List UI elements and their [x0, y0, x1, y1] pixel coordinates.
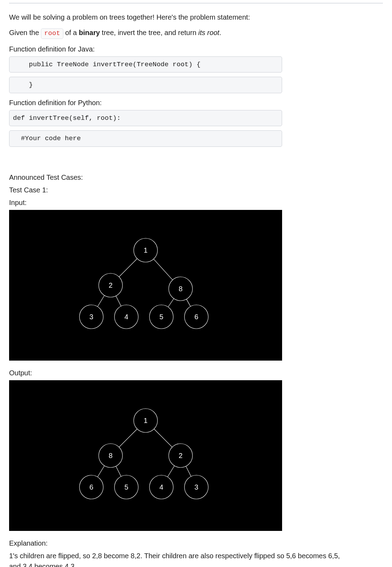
document-page: We will be solving a problem on trees to…	[0, 3, 392, 567]
tree-node-label: 5	[159, 313, 163, 321]
tree-edge	[154, 429, 172, 447]
given-italic: its root	[198, 29, 219, 36]
tree-edge	[116, 466, 121, 476]
python-code-block-line1: def invertTree(self, root):	[9, 110, 282, 127]
tree-node-label: 6	[194, 313, 198, 321]
intro-paragraph: We will be solving a problem on trees to…	[9, 12, 383, 22]
given-mid: of a	[63, 29, 79, 36]
given-prefix: Given the	[9, 29, 41, 36]
tree-edge	[119, 259, 137, 277]
tree-node-label: 2	[108, 281, 112, 289]
output-label: Output:	[9, 368, 383, 378]
input-label: Input:	[9, 197, 383, 208]
java-code-block-line1: public TreeNode invertTree(TreeNode root…	[9, 56, 282, 73]
tree-node-label: 5	[124, 483, 128, 491]
problem-statement: Given the root of a binary tree, invert …	[9, 27, 383, 39]
tree-node-label: 4	[124, 313, 128, 321]
tree-node-label: 8	[178, 285, 182, 293]
spacer	[9, 151, 383, 172]
tree-edge	[98, 295, 105, 307]
tree-node-label: 8	[108, 452, 112, 459]
input-tree-diagram: 1283456	[9, 210, 282, 361]
tree-node-label: 6	[89, 483, 93, 491]
tree-edge	[98, 466, 105, 477]
given-suffix: .	[219, 29, 222, 36]
given-after-bold: tree, invert the tree, and return	[100, 29, 198, 36]
tree-edge	[168, 299, 174, 307]
tree-node-label: 4	[159, 483, 163, 491]
java-code-block-line2: }	[9, 77, 282, 93]
tree-edge	[168, 466, 175, 477]
test-case-1-label: Test Case 1:	[9, 185, 383, 195]
tree-edge	[119, 429, 137, 447]
tree-node-label: 3	[194, 483, 198, 491]
python-definition-label: Function definition for Python:	[9, 97, 383, 108]
python-code-block-line2: #Your code here	[9, 130, 282, 147]
tree-node-label: 3	[89, 313, 93, 321]
tree-edge	[187, 299, 191, 306]
tree-edge	[116, 296, 121, 306]
tree-edge	[186, 466, 191, 476]
explanation-label: Explanation:	[9, 538, 383, 548]
explanation-text: 1's children are flipped, so 2,8 become …	[9, 551, 345, 567]
given-bold: binary	[79, 29, 100, 36]
top-divider	[9, 3, 383, 4]
java-definition-label: Function definition for Java:	[9, 44, 383, 54]
tree-node-label: 1	[144, 417, 147, 424]
tree-node-label: 1	[144, 246, 147, 254]
tree-svg-output: 1826543	[9, 380, 282, 531]
tree-edge	[154, 259, 173, 280]
announced-test-cases-label: Announced Test Cases:	[9, 172, 383, 183]
output-tree-diagram: 1826543	[9, 380, 282, 531]
tree-node-label: 2	[178, 452, 182, 459]
tree-svg-input: 1283456	[9, 210, 282, 361]
inline-code-root: root	[41, 28, 63, 39]
